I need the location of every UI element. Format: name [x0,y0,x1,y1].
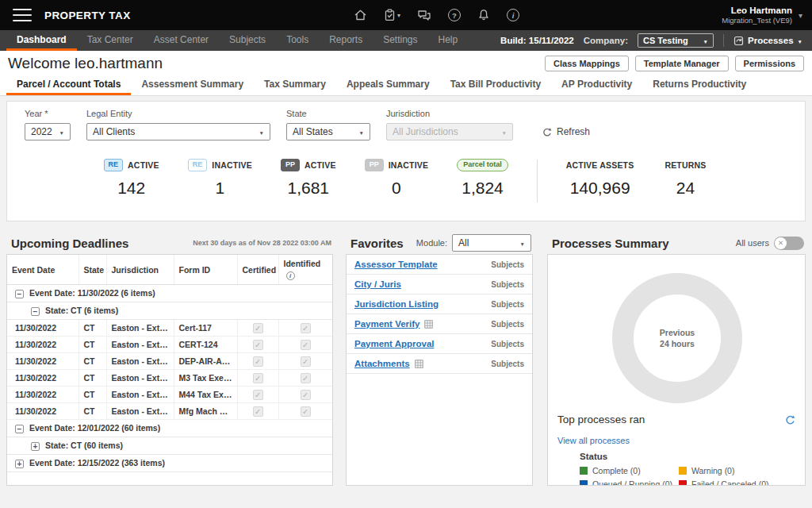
identified-checkbox [301,340,311,350]
certified-checkbox [253,323,263,333]
identified-cell [278,320,332,337]
tab-tax-bill-productivity[interactable]: Tax Bill Productivity [440,75,551,95]
nav-item-tools[interactable]: Tools [276,30,319,51]
refresh-icon[interactable] [784,414,795,425]
page-title: Welcome leo.hartmann [8,55,163,72]
col-form-id[interactable]: Form ID [174,255,237,285]
state-label: State [286,109,370,118]
module-select[interactable]: All [452,234,531,252]
favorite-link[interactable]: Attachments [354,359,410,368]
table-row[interactable]: 11/30/2022 CT Easton - Extension M44 Tax… [7,387,332,403]
tab-returns-productivity[interactable]: Returns Productivity [642,75,756,95]
refresh-button-label: Refresh [557,126,590,137]
expand-icon[interactable] [15,460,24,468]
certified-cell [237,403,278,420]
nav-item-asset-center[interactable]: Asset Center [144,30,219,51]
company-select[interactable]: CS Testing [638,33,714,48]
stat-value: 1,681 [281,179,336,198]
tab-tax-summary[interactable]: Tax Summary [254,75,336,95]
certified-cell [237,353,278,370]
info-icon[interactable]: i [507,9,519,21]
state-cell: CT [79,353,106,370]
status-label: Status [580,452,607,461]
favorite-link[interactable]: Jurisdiction Listing [354,299,439,309]
tab-ap-productivity[interactable]: AP Productivity [551,75,642,95]
nav-item-tax-center[interactable]: Tax Center [77,30,144,51]
form-id-cell: CERT-124 [174,337,237,353]
state-cell: CT [79,403,106,420]
collapse-icon[interactable] [15,290,24,298]
favorite-item: City / Juris Subjects [347,275,532,294]
tasks-icon[interactable] [384,9,400,21]
refresh-button[interactable]: Refresh [542,126,590,137]
all-users-toggle[interactable] [774,237,804,250]
year-select[interactable]: 2022 [25,123,71,140]
info-icon [286,271,295,280]
class-mappings-button[interactable]: Class Mappings [545,56,629,71]
nav-item-subjects[interactable]: Subjects [219,30,276,51]
col-state[interactable]: State [79,255,106,285]
favorite-link[interactable]: Payment Approval [354,339,435,348]
processes-box: Previous 24 hours Top processes ran View… [547,254,806,486]
favorite-link[interactable]: Assessor Template [354,260,438,269]
header-actions: Class Mappings Template Manager Permissi… [545,56,804,71]
year-select-value: 2022 [31,126,52,137]
tab-appeals-summary[interactable]: Appeals Summary [336,75,440,95]
nav-item-dashboard[interactable]: Dashboard [6,30,77,51]
table-group-row[interactable]: Event Date: 12/15/2022 (363 items) [7,455,332,472]
notifications-icon[interactable] [477,9,490,21]
state-cell: CT [79,320,106,337]
tab-assessment-summary[interactable]: Assessment Summary [131,75,254,95]
table-row[interactable]: 11/30/2022 CT Easton - Extension Mfg Mac… [7,403,332,420]
col-certified[interactable]: Certified [237,255,278,285]
legal-entity-select[interactable]: All Clients [86,123,270,140]
chat-icon[interactable] [417,9,431,21]
identified-cell [278,370,332,387]
table-subgroup-row[interactable]: State: CT (6 items) [7,302,332,320]
warning-swatch [679,467,687,475]
processes-button[interactable]: Processes [733,36,802,46]
table-subgroup-row[interactable]: State: CT (60 items) [7,437,332,455]
event-date-cell: 11/30/2022 [7,387,79,403]
form-id-cell: Mfg Mach & Equi... [174,403,237,420]
table-row[interactable]: 11/30/2022 CT Easton - Extension Cert-11… [7,320,332,337]
tab-parcel-account-totals[interactable]: Parcel / Account Totals [6,75,131,95]
table-group-row[interactable]: Event Date: 11/30/2022 (6 items) [7,285,332,302]
collapse-icon[interactable] [15,425,24,433]
form-id-cell: DEP-AIR-APP-210 [174,353,237,370]
collapse-icon[interactable] [31,307,40,316]
stat-pp-active: PPACTIVE 1,681 [281,159,336,202]
deadlines-table-box: Event Date State Jurisdiction Form ID Ce… [6,254,333,486]
table-row[interactable]: 11/30/2022 CT Easton - Extension DEP-AIR… [7,353,332,370]
favorite-link[interactable]: City / Juris [354,279,401,289]
parcel-total-badge: Parcel total [457,159,508,171]
state-select[interactable]: All States [286,123,370,140]
nav-item-settings[interactable]: Settings [373,30,427,51]
col-jurisdiction[interactable]: Jurisdiction [106,255,174,285]
jurisdiction-label: Jurisdiction [386,109,513,118]
user-menu[interactable]: Leo Hartmann Migration_Test (VE9) [722,5,802,25]
nav-item-reports[interactable]: Reports [319,30,373,51]
view-all-processes-link[interactable]: View all processes [557,436,630,445]
favorite-link[interactable]: Payment Verify [354,319,419,329]
help-icon[interactable]: ? [448,9,461,21]
home-icon[interactable] [354,9,367,21]
col-event-date[interactable]: Event Date [7,255,79,285]
expand-icon[interactable] [31,442,40,451]
favorites-box: Assessor Template Subjects City / Juris … [346,254,533,486]
menu-icon[interactable] [13,9,32,21]
stat-active-assets: ACTIVE ASSETS 140,969 [566,159,634,202]
jurisdiction-select: All Jurisdictions [386,123,513,140]
module-select-value: All [458,237,469,248]
permissions-button[interactable]: Permissions [735,56,804,71]
table-row[interactable]: 11/30/2022 CT Easton - Extension M3 Tax … [7,370,332,387]
table-row[interactable]: 11/30/2022 CT Easton - Extension CERT-12… [7,337,332,353]
table-group-row[interactable]: Event Date: 12/01/2022 (60 items) [7,420,332,437]
pp-badge: PP [365,159,384,171]
nav-item-help[interactable]: Help [428,30,469,51]
template-manager-button[interactable]: Template Manager [635,56,729,71]
col-identified[interactable]: Identified [278,255,332,285]
certified-cell [237,387,278,403]
group-label: Event Date: 12/01/2022 (60 items) [29,423,160,433]
event-date-cell: 11/30/2022 [7,337,79,353]
